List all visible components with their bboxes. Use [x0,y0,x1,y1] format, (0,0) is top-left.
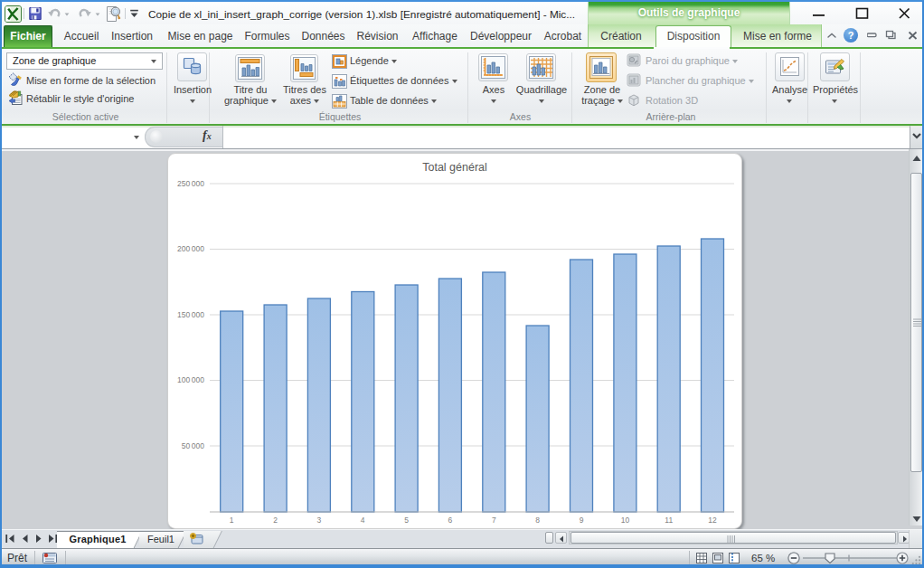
svg-text:7: 7 [492,516,496,525]
svg-text:200 000: 200 000 [177,244,204,253]
svg-text:10: 10 [621,516,630,525]
svg-text:3: 3 [317,516,322,525]
svg-text:1: 1 [230,516,234,525]
svg-text:12: 12 [708,516,717,525]
svg-text:Total général: Total général [422,161,487,174]
svg-text:11: 11 [665,516,673,525]
svg-text:5: 5 [404,516,409,525]
svg-text:6: 6 [448,516,453,525]
svg-text:150 000: 150 000 [177,310,204,319]
svg-text:50 000: 50 000 [182,441,205,450]
svg-text:250 000: 250 000 [177,179,204,188]
svg-text:2: 2 [273,516,278,525]
svg-text:8: 8 [535,516,540,525]
svg-text:9: 9 [580,516,584,525]
svg-text:100 000: 100 000 [177,375,204,384]
svg-text:4: 4 [361,516,365,525]
